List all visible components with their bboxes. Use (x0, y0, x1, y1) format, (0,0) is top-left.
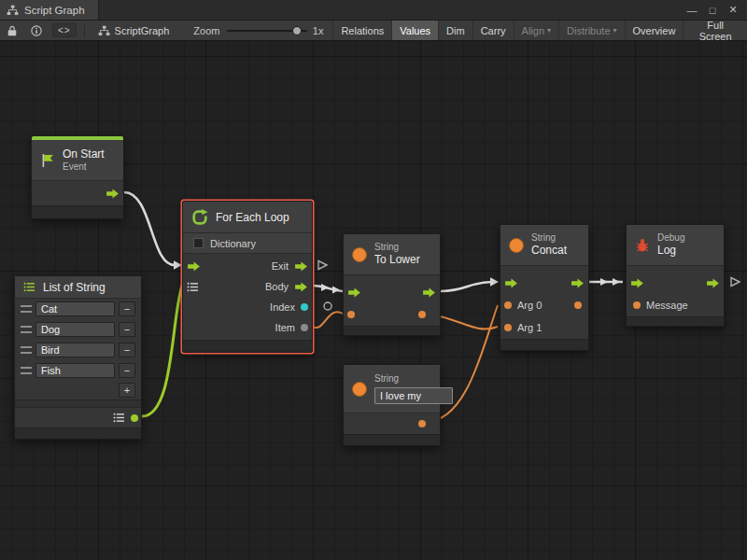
list-input-port[interactable] (187, 282, 199, 292)
graph-selector[interactable]: ScriptGraph (89, 21, 179, 40)
node-title: On Start (63, 147, 105, 161)
body-output-port[interactable] (294, 282, 308, 292)
node-debug-log[interactable]: Debug Log Message (626, 224, 725, 327)
port-row-index: Index (183, 297, 312, 317)
drag-handle-icon[interactable] (21, 346, 32, 354)
node-header: String To Lower (344, 234, 440, 275)
port-label: Arg 0 (517, 300, 542, 311)
remove-item-button[interactable]: − (119, 322, 135, 337)
lock-icon[interactable] (0, 21, 24, 40)
wire-onstart-foreach[interactable] (124, 192, 175, 265)
exit-output-port[interactable] (294, 261, 308, 272)
list-item-row: − (15, 360, 141, 381)
maximize-button[interactable]: □ (704, 5, 721, 16)
dictionary-label: Dictionary (210, 238, 256, 249)
zoom-slider[interactable] (227, 25, 306, 36)
minimize-button[interactable]: — (684, 5, 700, 16)
flow-input-port[interactable] (347, 287, 361, 298)
drag-handle-icon[interactable] (21, 367, 32, 374)
node-header: List of String (15, 276, 141, 299)
log-exit-unconnected[interactable] (731, 278, 740, 287)
node-title: For Each Loop (216, 211, 289, 224)
list-item-input[interactable] (35, 363, 115, 378)
zoom-value: 1x (307, 21, 333, 40)
remove-item-button[interactable]: − (119, 301, 135, 316)
string-output-port[interactable] (418, 420, 426, 427)
drag-handle-icon[interactable] (21, 326, 32, 333)
titlebar: Script Graph — □ ✕ (0, 0, 747, 21)
dictionary-checkbox[interactable] (193, 238, 204, 248)
node-category: String (374, 242, 420, 254)
result-output-port[interactable] (574, 301, 582, 309)
node-on-start[interactable]: On Start Event (31, 135, 124, 219)
list-item-input[interactable] (35, 301, 115, 316)
item-output-port[interactable] (301, 324, 308, 331)
add-item-button[interactable]: + (119, 383, 135, 398)
message-input-port[interactable] (633, 301, 641, 309)
info-icon[interactable] (24, 21, 49, 40)
remove-item-button[interactable]: − (119, 363, 135, 378)
exit-port-unconnected[interactable] (318, 261, 327, 270)
flow-input-port[interactable] (504, 278, 518, 288)
wire-arrow (613, 278, 620, 286)
remove-item-button[interactable]: − (119, 343, 135, 357)
values-button[interactable]: Values (391, 21, 438, 40)
list-icon (113, 413, 125, 423)
chevron-down-icon: ▾ (547, 26, 551, 35)
flow-input-port[interactable] (630, 278, 644, 288)
node-string-to-lower[interactable]: String To Lower (343, 233, 441, 336)
wire-arrow (490, 277, 499, 287)
align-label: Align (522, 25, 544, 36)
flow-input-port[interactable] (187, 261, 201, 272)
node-string-concat[interactable]: String Concat Arg 0 Arg 1 (500, 224, 589, 351)
flow-output-port[interactable] (706, 278, 720, 288)
index-output-port[interactable] (301, 303, 308, 311)
node-category: String (531, 232, 567, 245)
script-graph-window: Script Graph — □ ✕ <> ScriptGraph Zoom 1… (0, 0, 747, 560)
graph-selector-label: ScriptGraph (115, 25, 170, 36)
arg0-input-port[interactable] (504, 301, 512, 309)
string-literal-input[interactable] (374, 387, 453, 404)
index-port-unconnected[interactable] (324, 302, 331, 310)
overview-button[interactable]: Overview (625, 21, 684, 40)
flow-output-port[interactable] (106, 189, 120, 199)
fullscreen-button[interactable]: Full Screen (683, 21, 747, 40)
zoom-slider-knob[interactable] (292, 26, 302, 35)
script-graph-icon (98, 25, 110, 36)
port-label: Exit (272, 260, 289, 272)
node-footer (15, 427, 141, 439)
tab-label: Script Graph (24, 5, 85, 16)
close-button[interactable]: ✕ (725, 4, 741, 16)
flow-output-port[interactable] (571, 278, 585, 288)
port-row-message: Message (627, 294, 724, 316)
node-string-literal[interactable]: String (343, 364, 441, 446)
wire-item-tolower[interactable] (313, 312, 343, 328)
string-input-port[interactable] (347, 311, 355, 318)
carry-button[interactable]: Carry (472, 21, 514, 40)
distribute-button[interactable]: Distribute ▾ (558, 21, 624, 40)
port-row-arg1: Arg 1 (500, 316, 588, 339)
list-output-port[interactable] (131, 414, 138, 422)
flow-output-port[interactable] (422, 287, 436, 298)
list-item-input[interactable] (35, 343, 115, 357)
code-icon[interactable]: <> (52, 23, 77, 37)
string-output-port[interactable] (418, 311, 426, 318)
node-list-of-string[interactable]: List of String − − − (14, 275, 142, 440)
flag-icon (40, 153, 55, 168)
graph-canvas[interactable]: On Start Event List of String − (0, 41, 747, 560)
node-for-each-loop[interactable]: For Each Loop Dictionary Exit Body (182, 201, 313, 353)
window-controls: — □ ✕ (684, 0, 747, 20)
port-rows: Exit Body Index Item (183, 254, 312, 340)
port-row-item: Item (183, 317, 312, 338)
dim-button[interactable]: Dim (438, 21, 472, 40)
wire-tolower-concat[interactable] (441, 282, 492, 291)
list-item-input[interactable] (35, 322, 115, 337)
relations-button[interactable]: Relations (332, 21, 391, 40)
node-title: Log (657, 244, 684, 258)
node-footer (627, 316, 724, 326)
tab-script-graph[interactable]: Script Graph (0, 0, 99, 20)
drag-handle-icon[interactable] (21, 305, 32, 313)
arg1-input-port[interactable] (504, 324, 512, 331)
align-button[interactable]: Align ▾ (514, 21, 558, 40)
wire-list-foreach[interactable] (142, 286, 182, 416)
